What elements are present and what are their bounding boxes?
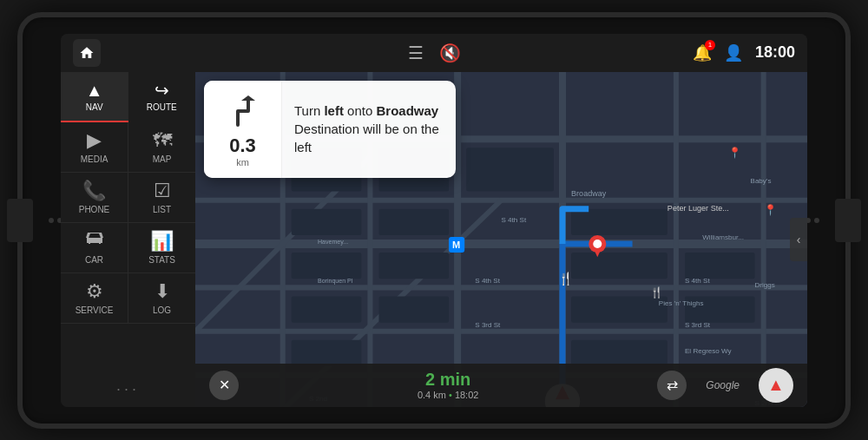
sidebar-item-log[interactable]: ⬇ LOG	[128, 273, 195, 324]
notification-badge: 1	[705, 40, 715, 50]
svg-text:S 4th St: S 4th St	[685, 277, 710, 285]
car-unit: ☰ 🔇 🔔 1 👤 18:00 ▲	[17, 12, 851, 429]
svg-rect-21	[292, 253, 362, 279]
eta-minutes: 2 min	[425, 370, 470, 390]
svg-text:Williamsbur...: Williamsbur...	[702, 233, 744, 241]
sidebar-row-3: CAR 📊 STATS	[61, 223, 195, 273]
close-route-button[interactable]: ✕	[209, 371, 239, 400]
list-label: LIST	[153, 205, 171, 214]
svg-rect-22	[379, 253, 450, 279]
sidebar-item-stats[interactable]: 📊 STATS	[128, 223, 195, 273]
svg-text:🍴: 🍴	[558, 271, 574, 286]
svg-rect-23	[571, 253, 667, 279]
phone-icon: 📞	[82, 180, 106, 202]
svg-text:Havemey...: Havemey...	[318, 239, 348, 246]
log-label: LOG	[153, 305, 171, 315]
top-center-icons: ☰ 🔇	[408, 43, 461, 63]
route-arrow-icon: ↪	[155, 80, 169, 101]
svg-rect-25	[292, 296, 362, 322]
destination-hint: Destination will be on the left	[294, 121, 439, 154]
svg-text:📍: 📍	[728, 146, 742, 159]
svg-text:M: M	[452, 240, 460, 250]
mount-right	[835, 199, 861, 242]
svg-rect-26	[379, 296, 450, 322]
stats-icon: 📊	[150, 230, 174, 253]
nav-card: 0.3 km Turn left onto Broadway Destinati…	[204, 81, 456, 178]
eta-detail: 0.4 km • 18:02	[418, 390, 479, 400]
svg-rect-20	[571, 208, 667, 234]
list-icon: ☑	[154, 180, 171, 202]
sidebar-item-service[interactable]: ⚙ SERVICE	[61, 273, 128, 324]
svg-text:Peter Luger Ste...: Peter Luger Ste...	[667, 203, 729, 212]
tab-nav-label: NAV	[86, 102, 103, 112]
clock: 18:00	[755, 43, 795, 62]
sidebar-more[interactable]: ···	[61, 372, 195, 407]
route-options-button[interactable]: ⇄	[657, 371, 687, 400]
street-name: Broadway	[376, 103, 438, 118]
home-button[interactable]	[73, 39, 101, 67]
screen: ☰ 🔇 🔔 1 👤 18:00 ▲	[61, 34, 807, 407]
svg-rect-18	[292, 208, 362, 234]
distance-value: 0.3	[229, 135, 256, 157]
phone-label: PHONE	[79, 205, 110, 214]
svg-text:📍: 📍	[764, 202, 778, 215]
sidebar-item-list[interactable]: ☑ LIST	[128, 173, 195, 223]
svg-rect-29	[292, 339, 362, 365]
svg-text:Borinquen Pl: Borinquen Pl	[318, 278, 353, 285]
svg-rect-24	[685, 253, 755, 279]
top-bar: ☰ 🔇 🔔 1 👤 18:00	[61, 34, 807, 72]
map-label: MAP	[153, 154, 172, 164]
compass-button[interactable]: ▲	[759, 368, 793, 403]
svg-text:🍴: 🍴	[650, 286, 664, 299]
media-icon: ▶	[87, 129, 102, 152]
profile-button[interactable]: 👤	[724, 43, 743, 62]
eta-info: 2 min 0.4 km • 18:02	[251, 370, 645, 400]
distance-unit: km	[236, 157, 249, 167]
svg-text:Pies 'n' Thighs: Pies 'n' Thighs	[659, 299, 704, 306]
mute-icon[interactable]: 🔇	[439, 43, 461, 63]
eta-arrival-time: 18:02	[455, 390, 479, 400]
turn-direction: left	[324, 103, 344, 118]
eta-distance: 0.4 km	[418, 390, 446, 400]
service-icon: ⚙	[86, 280, 103, 303]
stats-label: STATS	[148, 255, 175, 265]
tab-route-label: ROUTE	[147, 102, 177, 112]
nav-arrow-icon: ▲	[86, 81, 103, 101]
nav-instruction: Turn left onto Broadway Destination will…	[294, 102, 444, 156]
google-logo: Google	[706, 379, 740, 391]
sidebar-row-1: ▶ MEDIA 🗺 MAP	[61, 122, 195, 173]
sidebar-items: ▶ MEDIA 🗺 MAP 📞 PHONE	[61, 122, 195, 372]
content-area: ▲ NAV ↪ ROUTE ▶ MEDIA	[61, 72, 807, 407]
svg-text:El Regreso Wy: El Regreso Wy	[685, 346, 732, 354]
nav-distance-panel: 0.3 km	[204, 81, 282, 178]
hamburger-icon[interactable]: ☰	[408, 43, 424, 63]
sidebar-item-media[interactable]: ▶ MEDIA	[61, 122, 128, 173]
svg-text:S 4th St: S 4th St	[475, 277, 500, 285]
map-area[interactable]: Broadway S 4th St S 3rd St S 4th St S 3r…	[195, 72, 807, 407]
map-bottom-bar: ✕ 2 min 0.4 km • 18:02 ⇄ Google ▲	[195, 364, 807, 407]
svg-text:Driggs: Driggs	[755, 281, 775, 289]
notification-bell[interactable]: 🔔 1	[693, 43, 712, 62]
svg-rect-27	[571, 296, 667, 322]
svg-text:Broadway: Broadway	[571, 188, 607, 197]
sidebar-item-map[interactable]: 🗺 MAP	[128, 122, 195, 173]
service-label: SERVICE	[76, 305, 114, 315]
sidebar: ▲ NAV ↪ ROUTE ▶ MEDIA	[61, 72, 195, 407]
sidebar-item-phone[interactable]: 📞 PHONE	[61, 173, 128, 223]
svg-point-48	[593, 240, 602, 248]
map-icon: 🗺	[153, 129, 172, 152]
svg-text:S 3rd St: S 3rd St	[475, 320, 501, 328]
svg-text:S 4th St: S 4th St	[502, 215, 527, 223]
tab-nav[interactable]: ▲ NAV	[61, 72, 128, 122]
tab-route[interactable]: ↪ ROUTE	[128, 72, 196, 122]
car-label: CAR	[85, 255, 103, 265]
svg-rect-17	[466, 148, 554, 191]
mount-left	[7, 199, 33, 242]
map-collapse-button[interactable]: ‹	[790, 218, 807, 261]
nav-instruction-text: Turn left onto Broadway Destination will…	[282, 81, 456, 178]
svg-text:S 3rd St: S 3rd St	[685, 320, 711, 328]
top-bar-right: 🔔 1 👤 18:00	[693, 43, 795, 62]
log-icon: ⬇	[155, 280, 170, 303]
sidebar-item-car[interactable]: CAR	[61, 223, 128, 273]
sidebar-row-4: ⚙ SERVICE ⬇ LOG	[61, 273, 195, 324]
